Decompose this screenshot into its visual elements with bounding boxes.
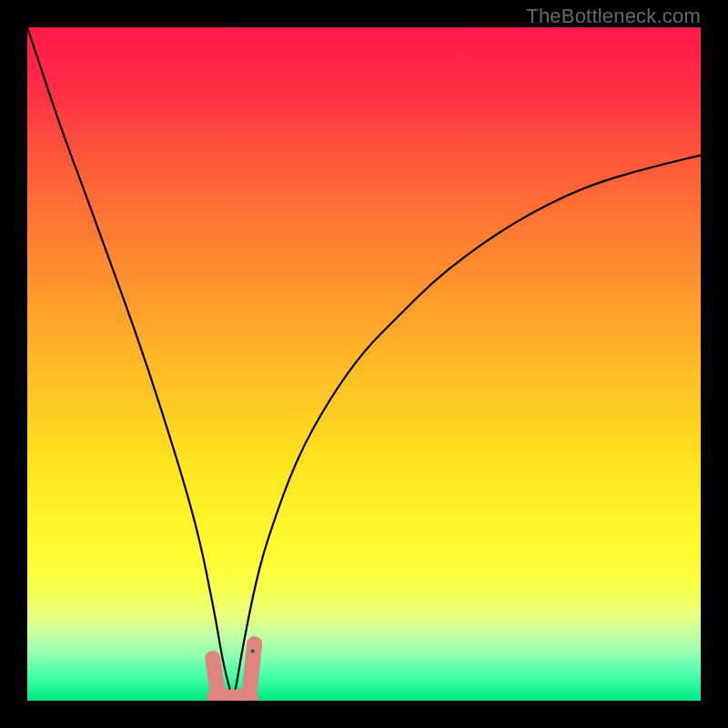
plot-area xyxy=(27,27,701,701)
background-gradient xyxy=(27,27,701,701)
chart-frame: TheBottleneck.com xyxy=(0,0,728,728)
watermark-text: TheBottleneck.com xyxy=(526,5,701,28)
svg-rect-0 xyxy=(27,27,701,701)
